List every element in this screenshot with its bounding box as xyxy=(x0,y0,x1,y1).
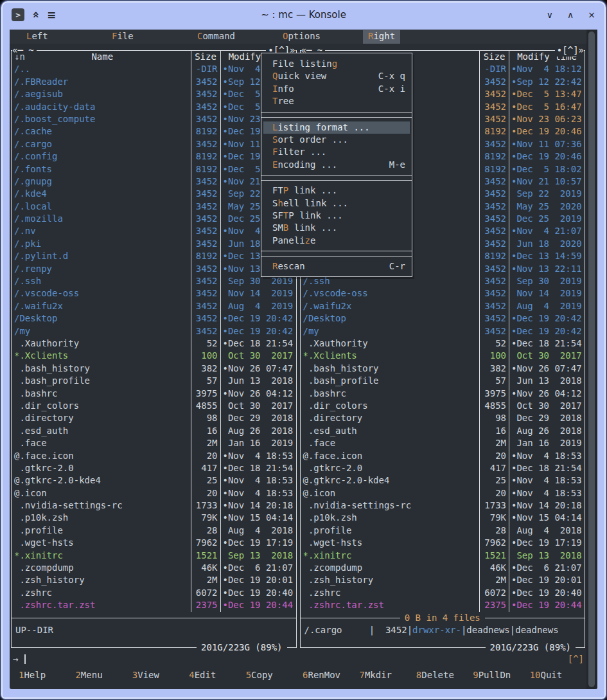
file-row-aegisub[interactable]: /.aegisub3452•Dec 5 13:47 xyxy=(12,88,296,100)
file-row-fbreader[interactable]: /.FBReader3452•Sep 12 22:42 xyxy=(12,76,296,88)
fn-key-9-pulldn[interactable]: 9PullDn xyxy=(473,669,529,681)
file-row-zshrc-tar-zst[interactable]: .zshrc.tar.zst2375•Dec 19 20:44 xyxy=(301,599,585,611)
menu-item-file-listing[interactable]: File listing xyxy=(261,58,412,70)
fn-key-6-renmov[interactable]: 6RenMov xyxy=(303,669,359,681)
file-row-nvidia-settings-rc[interactable]: .nvidia-settings-rc1733•Nov 14 20:18 xyxy=(301,499,585,512)
file-row-xclients[interactable]: *.Xclients100 Oct 30 2017 xyxy=(12,350,296,362)
menu-item-rescan[interactable]: RescanC-r xyxy=(261,260,412,273)
file-row-p10k-zsh[interactable]: .p10k.zsh79K•Nov 15 04:14 xyxy=(12,512,296,524)
file-row-my[interactable]: /my3452•Dec 19 20:42 xyxy=(301,325,585,337)
fn-key-8-delete[interactable]: 8Delete xyxy=(416,669,473,681)
file-row-zsh-history[interactable]: .zsh_history2M•Dec 19 20:01 xyxy=(301,574,585,586)
file-row-nvidia-settings-rc[interactable]: .nvidia-settings-rc1733•Nov 14 20:18 xyxy=(12,499,296,512)
file-row-nv[interactable]: /.nv3452•Nov 4 21:07 xyxy=(12,225,296,237)
file-row-wget-hsts[interactable]: .wget-hsts7962•Dec 19 17:19 xyxy=(12,537,296,549)
panel-up-indicator[interactable]: [^] xyxy=(568,653,584,665)
menu-item-sort-order[interactable]: Sort order ... xyxy=(261,134,412,146)
file-row-directory[interactable]: .directory98 Dec 29 2018 xyxy=(12,412,296,424)
file-row-gnupg[interactable]: /.gnupg3452•Nov 21 10:57 xyxy=(12,175,296,188)
file-row-vscode-oss[interactable]: /.vscode-oss3452 Nov 14 2019 xyxy=(301,287,585,300)
minimize-button[interactable]: ∨ xyxy=(547,10,553,20)
fn-key-2-menu[interactable]: 2Menu xyxy=(75,669,132,681)
file-row-dir-colors[interactable]: .dir_colors4855 Oct 30 2017 xyxy=(12,400,296,412)
file-row-xauthority[interactable]: .Xauthority52•Dec 18 21:54 xyxy=(301,337,585,350)
menu-item-encoding[interactable]: Encoding ...M-e xyxy=(261,159,412,171)
scrollbar-thumb[interactable] xyxy=(588,31,595,687)
file-row-xinitrc[interactable]: *.xinitrc1521 Sep 13 2018 xyxy=(12,550,296,562)
menu-item-sftp-link[interactable]: SFTP link ... xyxy=(261,210,412,222)
file-row-mozilla[interactable]: /.mozilla3452 Dec 25 2019 xyxy=(12,213,296,225)
menu-item-quick-view[interactable]: Quick viewC-x q xyxy=(261,70,412,82)
file-row-kde4[interactable]: /.kde43452 Sep 22 2019 xyxy=(12,188,296,200)
file-row-fonts[interactable]: /.fonts8192•Dec 5 18:02 xyxy=(12,163,296,175)
file-row-xauthority[interactable]: .Xauthority52•Dec 18 21:54 xyxy=(12,337,296,350)
file-row-zsh-history[interactable]: .zsh_history2M•Dec 19 20:01 xyxy=(12,574,296,586)
file-row-icon[interactable]: @.icon20•Nov 4 18:53 xyxy=(301,487,585,499)
file-row-zcompdump[interactable]: .zcompdump46K•Dec 6 21:07 xyxy=(301,562,585,574)
file-row-pylint-d[interactable]: /.pylint.d8192•Dec 13 14:59 xyxy=(12,250,296,262)
file-row-face-icon[interactable]: @.face.icon20•Nov 4 18:53 xyxy=(12,450,296,462)
file-row-gtkrc-2-0-kde4[interactable]: @.gtkrc-2.0-kde425•Nov 4 18:53 xyxy=(301,474,585,487)
file-row-desktop[interactable]: /Desktop3452•Dec 19 20:42 xyxy=(12,312,296,325)
hamburger-menu-icon[interactable]: ≡ xyxy=(47,8,56,21)
menubar-item-command[interactable]: Command xyxy=(192,30,240,44)
file-row-cache[interactable]: /.cache8192•Dec 19 20:46 xyxy=(12,125,296,138)
fn-key-4-edit[interactable]: 4Edit xyxy=(189,669,245,681)
menu-item-ftp-link[interactable]: FTP link ... xyxy=(261,184,412,197)
menu-item-listing-format[interactable]: Listing format ... xyxy=(263,121,410,134)
file-row-cargo[interactable]: /.cargo3452•Nov 11 07:36 xyxy=(12,138,296,150)
file-row-bashrc[interactable]: .bashrc3975•Nov 26 04:12 xyxy=(301,388,585,400)
file-row-boost-compute[interactable]: /.boost_compute3452•Nov 23 06:23 xyxy=(12,113,296,125)
fn-key-10-quit[interactable]: 10Quit xyxy=(530,669,586,681)
file-row-profile[interactable]: .profile28 Aug 4 2018 xyxy=(12,525,296,537)
file-row-profile[interactable]: .profile28 Aug 4 2018 xyxy=(301,525,585,537)
file-row-directory[interactable]: .directory98 Dec 29 2018 xyxy=(301,412,585,424)
file-row-xclients[interactable]: *.Xclients100 Oct 30 2017 xyxy=(301,350,585,362)
keep-above-icon[interactable]: » xyxy=(29,12,42,19)
file-row-dir-colors[interactable]: .dir_colors4855 Oct 30 2017 xyxy=(301,400,585,412)
menubar-item-left[interactable]: Left xyxy=(21,30,53,44)
menu-item-tree[interactable]: Tree xyxy=(261,95,412,107)
fn-key-1-help[interactable]: 1Help xyxy=(19,669,75,681)
file-row-bash-history[interactable]: .bash_history382•Nov 26 07:47 xyxy=(301,363,585,375)
command-line[interactable]: → [^] xyxy=(10,653,586,665)
file-row-bash-history[interactable]: .bash_history382•Nov 26 07:47 xyxy=(12,363,296,375)
file-row-esd-auth[interactable]: .esd_auth16 Aug 26 2018 xyxy=(12,425,296,437)
file-row-config[interactable]: /.config8192•Dec 19 20:46 xyxy=(12,150,296,163)
fn-key-7-mkdir[interactable]: 7Mkdir xyxy=(359,669,416,681)
file-row-waifu2x[interactable]: /.waifu2x3452 Aug 4 2019 xyxy=(12,300,296,312)
file-row-gtkrc-2-0[interactable]: .gtkrc-2.0417•Dec 18 21:54 xyxy=(301,462,585,474)
file-row-p10k-zsh[interactable]: .p10k.zsh79K•Nov 15 04:14 xyxy=(301,512,585,524)
file-row-pki[interactable]: /.pki3452 Jun 18 2020 xyxy=(12,238,296,250)
file-row-desktop[interactable]: /Desktop3452•Dec 19 20:42 xyxy=(301,312,585,325)
menubar-item-file[interactable]: File xyxy=(107,30,139,44)
file-row-gtkrc-2-0[interactable]: .gtkrc-2.0417•Dec 18 21:54 xyxy=(12,462,296,474)
file-row-wget-hsts[interactable]: .wget-hsts7962•Dec 19 17:19 xyxy=(301,537,585,549)
menu-item-panelize[interactable]: Panelize xyxy=(261,235,412,247)
file-row-audacity-data[interactable]: /.audacity-data3452•Dec 5 16:47 xyxy=(12,101,296,113)
fn-key-3-view[interactable]: 3View xyxy=(132,669,189,681)
file-row-bash-profile[interactable]: .bash_profile57 Jun 13 2018 xyxy=(301,375,585,387)
file-row-vscode-oss[interactable]: /.vscode-oss3452 Nov 14 2019 xyxy=(12,287,296,300)
menubar-item-options[interactable]: Options xyxy=(277,30,326,44)
file-row-esd-auth[interactable]: .esd_auth16 Aug 26 2018 xyxy=(301,425,585,437)
menubar-item-right[interactable]: Right xyxy=(363,30,400,44)
file-row-zshrc-tar-zst[interactable]: .zshrc.tar.zst2375•Dec 19 20:44 xyxy=(12,599,296,611)
file-row-gtkrc-2-0-kde4[interactable]: @.gtkrc-2.0-kde425•Nov 4 18:53 xyxy=(12,474,296,487)
file-row-ssh[interactable]: /.ssh3452 Sep 30 2019 xyxy=(12,275,296,287)
menu-item-info[interactable]: InfoC-x i xyxy=(261,83,412,95)
file-row-face[interactable]: .face2M Jan 16 2019 xyxy=(301,437,585,449)
column-header-name[interactable]: Name xyxy=(91,51,113,62)
menu-item-smb-link[interactable]: SMB link ... xyxy=(261,222,412,234)
file-row-bash-profile[interactable]: .bash_profile57 Jun 13 2018 xyxy=(12,375,296,387)
file-row-face[interactable]: .face2M Jan 16 2019 xyxy=(12,437,296,449)
file-row-my[interactable]: /my3452•Dec 19 20:42 xyxy=(12,325,296,337)
column-header-size[interactable]: Size xyxy=(479,51,509,63)
column-header-size[interactable]: Size xyxy=(191,51,220,63)
titlebar[interactable]: > » ≡ ~ : mc — Konsole ∨ ∧ × xyxy=(1,1,606,27)
file-row-zshrc[interactable]: .zshrc6072•Dec 19 20:40 xyxy=(12,587,296,599)
file-row-renpy[interactable]: /.renpy3452•Nov 13 22:11 xyxy=(12,263,296,275)
panel-history-marker[interactable]: •[^]» xyxy=(555,44,584,57)
close-button[interactable]: × xyxy=(588,10,595,20)
menu-item-shell-link[interactable]: Shell link ... xyxy=(261,197,412,210)
